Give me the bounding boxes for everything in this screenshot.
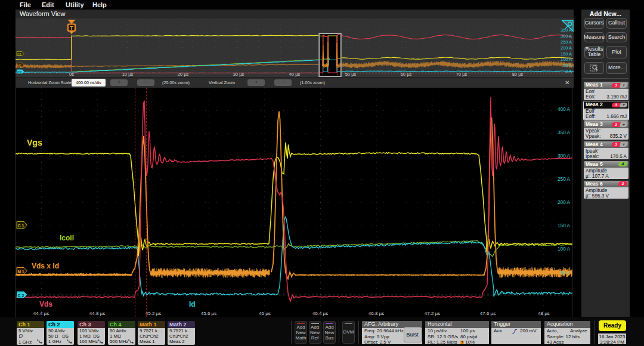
svg-text:70 µs: 70 µs: [456, 72, 467, 77]
svg-text:400 A: 400 A: [558, 107, 570, 112]
svg-text:300 A: 300 A: [558, 153, 570, 159]
svg-text:200 A: 200 A: [561, 45, 572, 51]
svg-text:150 A: 150 A: [558, 223, 570, 228]
svg-text:0s: 0s: [69, 72, 74, 77]
svg-text:C 2: C 2: [18, 294, 24, 298]
svg-text:100 A: 100 A: [561, 57, 572, 62]
svg-text:40 µs: 40 µs: [289, 72, 301, 77]
svg-text:T: T: [70, 25, 73, 31]
svg-text:10 µs: 10 µs: [122, 72, 134, 77]
svg-text:350 A: 350 A: [558, 130, 570, 135]
svg-text:200 A: 200 A: [558, 200, 570, 205]
svg-text:0 A: 0 A: [565, 69, 572, 74]
svg-text:250 A: 250 A: [558, 177, 570, 182]
svg-text:50 A: 50 A: [561, 270, 571, 276]
svg-text:300 A: 300 A: [561, 33, 572, 39]
svg-text:M 1: M 1: [18, 270, 24, 274]
svg-text:350 A: 350 A: [561, 27, 572, 33]
svg-text:20 µs: 20 µs: [178, 72, 189, 77]
svg-text:M1: M1: [17, 64, 22, 67]
svg-text:150 A: 150 A: [561, 51, 572, 57]
svg-text:80 µs: 80 µs: [512, 72, 524, 77]
svg-text:60 µs: 60 µs: [401, 72, 412, 77]
svg-text:250 A: 250 A: [561, 39, 572, 45]
svg-text:30 µs: 30 µs: [233, 72, 244, 77]
svg-text:100 A: 100 A: [558, 246, 570, 252]
svg-text:50 µs: 50 µs: [345, 72, 357, 77]
svg-text:C2: C2: [17, 70, 21, 74]
svg-text:C 1: C 1: [18, 224, 24, 228]
svg-text:C1: C1: [17, 52, 21, 56]
svg-text:50 A: 50 A: [563, 63, 572, 68]
